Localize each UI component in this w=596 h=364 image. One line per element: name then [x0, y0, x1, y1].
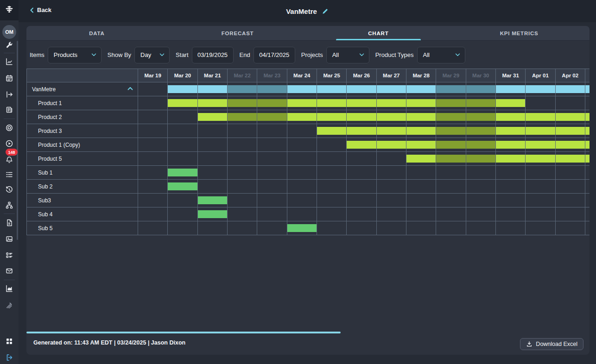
tab-forecast[interactable]: FORECAST: [167, 26, 308, 40]
gantt-bar-segment[interactable]: [406, 85, 436, 93]
target-icon[interactable]: [5, 124, 13, 132]
gantt-bar-segment[interactable]: [347, 141, 376, 149]
sitemap-icon[interactable]: [5, 201, 13, 209]
calendar-icon[interactable]: [5, 74, 13, 82]
gantt-bar-segment[interactable]: [496, 127, 525, 135]
tab-data[interactable]: DATA: [26, 26, 167, 40]
gantt-bar-segment[interactable]: [406, 113, 436, 121]
gantt-bar-segment[interactable]: [556, 113, 585, 121]
logout-icon[interactable]: [5, 353, 13, 362]
app-logo[interactable]: [0, 0, 19, 20]
gantt-bar-segment[interactable]: [466, 113, 495, 121]
gantt-bar-segment[interactable]: [287, 99, 317, 107]
gantt-bar-segment[interactable]: [436, 141, 465, 149]
gantt-bar-segment[interactable]: [556, 127, 585, 135]
gantt-bar-segment[interactable]: [228, 99, 257, 107]
gantt-bar-segment[interactable]: [436, 113, 465, 121]
gantt-bar-segment[interactable]: [168, 169, 197, 176]
gantt-bar-segment[interactable]: [436, 127, 465, 135]
gantt-bar-segment[interactable]: [526, 85, 555, 93]
gantt-bar-segment[interactable]: [198, 196, 227, 204]
gantt-bar-segment[interactable]: [347, 113, 376, 121]
gantt-bar-segment[interactable]: [228, 85, 257, 93]
document-icon[interactable]: [5, 219, 13, 227]
signature-icon[interactable]: [5, 301, 13, 309]
area-chart-icon[interactable]: [5, 284, 13, 293]
gantt-bar-segment[interactable]: [377, 141, 406, 149]
apps-grid-icon[interactable]: [5, 337, 13, 345]
projects-select[interactable]: All: [326, 47, 369, 63]
gantt-bar-segment[interactable]: [377, 127, 406, 135]
gantt-bar-segment[interactable]: [466, 141, 495, 149]
gantt-bar-segment[interactable]: [436, 155, 465, 163]
gantt-bar-segment[interactable]: [496, 155, 525, 163]
gantt-bar-segment[interactable]: [406, 127, 436, 135]
gantt-bar-segment[interactable]: [168, 99, 197, 107]
gantt-bar-segment[interactable]: [496, 99, 525, 107]
history-icon[interactable]: [5, 186, 13, 194]
gantt-bar-segment[interactable]: [347, 99, 376, 107]
gantt-bar-segment[interactable]: [466, 127, 495, 135]
gantt-bar-segment[interactable]: [585, 113, 590, 121]
product-types-select[interactable]: All: [417, 47, 465, 63]
gantt-bar-segment[interactable]: [466, 99, 495, 107]
tab-chart[interactable]: CHART: [308, 26, 449, 40]
gantt-bar-segment[interactable]: [585, 127, 590, 135]
gantt-bar-segment[interactable]: [526, 141, 555, 149]
gantt-bar-segment[interactable]: [406, 99, 436, 107]
gantt-bar-segment[interactable]: [585, 155, 590, 163]
export-arrow-icon[interactable]: [5, 90, 13, 99]
download-excel-button[interactable]: Download Excel: [520, 338, 583, 350]
back-button[interactable]: Back: [30, 6, 51, 13]
gantt-bar-segment[interactable]: [526, 155, 555, 163]
gantt-bar-segment[interactable]: [377, 99, 406, 107]
gantt-bar-segment[interactable]: [257, 113, 286, 121]
gantt-bar-segment[interactable]: [317, 113, 346, 121]
mail-icon[interactable]: [5, 267, 13, 275]
gantt-bar-segment[interactable]: [198, 85, 227, 93]
sidebar-scrollbar[interactable]: [17, 41, 18, 240]
gantt-bar-segment[interactable]: [168, 85, 197, 93]
show-by-select[interactable]: Day: [134, 47, 170, 63]
collapse-chevron-up-icon[interactable]: [127, 87, 133, 90]
gantt-bar-segment[interactable]: [526, 127, 555, 135]
gantt-bar-segment[interactable]: [436, 99, 465, 107]
tab-kpi-metrics[interactable]: KPI METRICS: [449, 26, 590, 40]
form-layout-icon[interactable]: [5, 251, 13, 259]
gantt-bar-segment[interactable]: [287, 113, 317, 121]
gantt-bar-segment[interactable]: [526, 113, 555, 121]
gantt-bar-segment[interactable]: [496, 85, 525, 93]
gantt-bar-segment[interactable]: [198, 210, 227, 218]
gantt-bar-segment[interactable]: [406, 141, 436, 149]
gantt-bar-segment[interactable]: [257, 99, 286, 107]
gantt-bar-segment[interactable]: [406, 155, 436, 163]
avatar[interactable]: OM: [2, 25, 16, 39]
gantt-bar-segment[interactable]: [556, 85, 585, 93]
gantt-bar-segment[interactable]: [377, 113, 406, 121]
gantt-bar-segment[interactable]: [347, 127, 376, 135]
play-circle-icon[interactable]: [5, 139, 13, 148]
items-select[interactable]: Products: [48, 47, 101, 63]
gantt-bar-segment[interactable]: [377, 85, 406, 93]
analytics-chart-icon[interactable]: [5, 57, 13, 66]
gantt-bar-segment[interactable]: [228, 113, 257, 121]
gantt-bar-segment[interactable]: [287, 224, 317, 232]
image-icon[interactable]: [5, 235, 13, 243]
gantt-bar-segment[interactable]: [347, 85, 376, 93]
gantt-bar-segment[interactable]: [585, 85, 590, 93]
gantt-bar-segment[interactable]: [317, 99, 346, 107]
edit-pencil-icon[interactable]: [322, 8, 329, 15]
notifications-bell-icon[interactable]: [5, 156, 13, 164]
row-label-cell[interactable]: VanMetre: [27, 82, 138, 96]
gantt-bar-segment[interactable]: [168, 182, 197, 190]
gantt-bar-segment[interactable]: [287, 85, 317, 93]
gantt-bar-segment[interactable]: [436, 85, 465, 93]
end-date-input[interactable]: 04/17/2025: [254, 47, 295, 63]
gantt-bar-segment[interactable]: [257, 85, 286, 93]
gantt-bar-segment[interactable]: [317, 127, 346, 135]
gantt-bar-segment[interactable]: [198, 113, 227, 121]
gantt-bar-segment[interactable]: [496, 141, 525, 149]
start-date-input[interactable]: 03/19/2025: [192, 47, 234, 63]
gantt-bar-segment[interactable]: [198, 99, 227, 107]
gantt-bar-segment[interactable]: [496, 113, 525, 121]
